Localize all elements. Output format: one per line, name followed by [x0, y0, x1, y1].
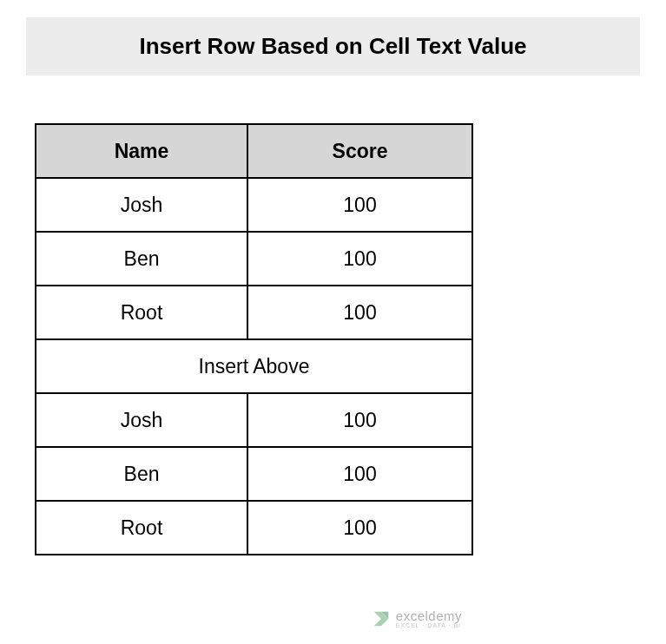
cell-name: Ben — [36, 447, 247, 501]
table-row: Ben 100 — [36, 447, 472, 501]
header-score: Score — [247, 124, 472, 178]
watermark: exceldemy EXCEL · DATA · BI — [372, 609, 462, 628]
cell-score: 100 — [247, 447, 472, 501]
cell-name: Ben — [36, 232, 247, 286]
header-name: Name — [36, 124, 247, 178]
cell-name: Josh — [36, 178, 247, 232]
exceldemy-icon — [372, 609, 391, 628]
cell-name: Root — [36, 286, 247, 339]
cell-name: Josh — [36, 393, 247, 447]
cell-score: 100 — [247, 286, 472, 339]
data-table: Name Score Josh 100 Ben 100 Root 100 Ins… — [35, 123, 473, 555]
cell-score: 100 — [247, 178, 472, 232]
watermark-main: exceldemy — [396, 609, 462, 622]
table-row: Josh 100 — [36, 178, 472, 232]
watermark-text: exceldemy EXCEL · DATA · BI — [396, 609, 462, 628]
page-title: Insert Row Based on Cell Text Value — [26, 17, 640, 76]
cell-score: 100 — [247, 232, 472, 286]
table-container: Name Score Josh 100 Ben 100 Root 100 Ins… — [26, 123, 640, 555]
cell-name: Root — [36, 501, 247, 555]
insert-above-cell: Insert Above — [36, 339, 472, 393]
table-row: Root 100 — [36, 501, 472, 555]
table-header-row: Name Score — [36, 124, 472, 178]
cell-score: 100 — [247, 393, 472, 447]
insert-above-row: Insert Above — [36, 339, 472, 393]
cell-score: 100 — [247, 501, 472, 555]
watermark-sub: EXCEL · DATA · BI — [396, 622, 462, 628]
table-row: Ben 100 — [36, 232, 472, 286]
table-row: Josh 100 — [36, 393, 472, 447]
table-row: Root 100 — [36, 286, 472, 339]
